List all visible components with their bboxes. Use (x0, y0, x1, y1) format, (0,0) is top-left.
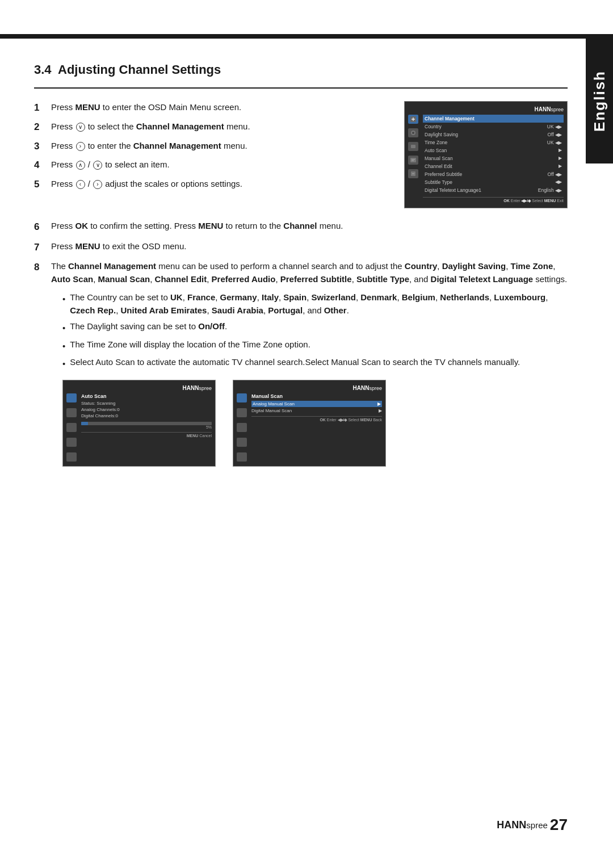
chevron-down-icon-2: ∨ (93, 161, 102, 170)
step-5-num: 5 (34, 178, 45, 191)
osd-menu-title: Channel Management (423, 115, 564, 123)
osd-menu-daylight: Daylight SavingOff ◀▶ (423, 131, 564, 139)
bullet-4-text: Select Auto Scan to activate the automat… (70, 356, 520, 371)
osd-icon-3 (408, 142, 418, 151)
step-7-num: 7 (34, 240, 45, 255)
bullet-2-text: The Daylight saving can be set to On/Off… (70, 320, 227, 335)
manual-scan-icons (237, 393, 249, 462)
osd-menu: Channel Management CountryUK ◀▶ Daylight… (423, 115, 564, 203)
svg-point-4 (412, 132, 414, 134)
osd-footer: OK Enter ◀▶/◆ Select MENU Exit (423, 197, 564, 203)
auto-scan-icon-4 (66, 438, 77, 447)
auto-scan-progress-pct: 5% (81, 425, 212, 429)
chevron-up-icon: ∧ (76, 161, 85, 170)
step-8: 8 The Channel Management menu can be use… (34, 260, 568, 286)
step-1-text: Press MENU to enter the OSD Main Menu sc… (51, 101, 241, 115)
auto-scan-title: Auto Scan (81, 393, 212, 399)
step-3-num: 3 (34, 140, 45, 153)
section-heading: 3.4 Adjusting Channel Settings (34, 62, 568, 77)
manual-scan-brand: HANNspree (353, 385, 382, 391)
heading-rule (34, 87, 568, 89)
osd-icons (408, 115, 421, 203)
step-1: 1 Press MENU to enter the OSD Main Menu … (34, 101, 393, 115)
step-3: 3 Press › to enter the Channel Managemen… (34, 140, 393, 153)
svg-rect-5 (411, 145, 415, 148)
osd-menu-manualscan: Manual Scan▶ (423, 154, 564, 162)
auto-scan-icon-3 (66, 423, 77, 432)
manual-scan-icon-2 (237, 408, 247, 417)
step-8-text: The Channel Management menu can be used … (51, 260, 568, 286)
step-5-text: Press ‹ / › adjust the scales or options… (51, 178, 242, 191)
page-number: 27 (550, 816, 568, 834)
osd-menu-channeledit: Channel Edit▶ (423, 162, 564, 170)
manual-scan-icon-4 (237, 438, 247, 447)
svg-rect-6 (410, 158, 416, 162)
manual-scan-icon-1 (237, 393, 247, 402)
top-bar (0, 34, 613, 39)
chevron-down-icon: ∨ (76, 123, 85, 132)
step-1-num: 1 (34, 101, 45, 115)
auto-scan-icons (66, 393, 79, 462)
osd-icon-2 (408, 128, 418, 137)
osd-screen: HANNspree (404, 101, 568, 208)
step-2-num: 2 (34, 120, 45, 134)
auto-scan-osd: HANNspree Auto Scan Status: Scanning Ana… (62, 380, 216, 467)
manual-scan-osd-header: HANNspree (237, 385, 382, 391)
auto-scan-row-1: Status: Scanning (81, 401, 212, 406)
osd-icon-4 (408, 156, 418, 165)
osd-body: Channel Management CountryUK ◀▶ Daylight… (408, 115, 564, 203)
bullet-dot-2: • (62, 322, 65, 335)
step-4-num: 4 (34, 158, 45, 172)
bullet-list: • The Country can be set to UK, France, … (62, 291, 568, 371)
bullet-3-text: The Time Zone will display the location … (70, 338, 310, 353)
step-6-num: 6 (34, 220, 45, 234)
step-7: 7 Press MENU to exit the OSD menu. (34, 240, 568, 255)
manual-scan-osd: HANNspree Manual Scan Analog Manual Scan… (233, 380, 386, 467)
osd-menu-digitalteletext: Digital Teletext Language1English ◀▶ (423, 186, 564, 194)
manual-scan-footer: OK Enter ◀▶/◆ Select MENU Back (251, 416, 382, 422)
footer-brand: HANNspree (497, 819, 548, 831)
step-2-text: Press ∨ to select the Channel Management… (51, 120, 250, 134)
osd-menu-subtype: Subtitle Type◀▶ (423, 178, 564, 186)
manual-scan-row-digital: Digital Manual Scan ▶ (251, 408, 382, 413)
osd-menu-timezone: Time ZoneUK ◀▶ (423, 139, 564, 146)
auto-scan-footer: MENU Cancel (81, 432, 212, 438)
bullet-dot-4: • (62, 358, 65, 371)
bullet-1: • The Country can be set to UK, France, … (62, 291, 568, 317)
osd-menu-autoscan: Auto Scan▶ (423, 146, 564, 154)
auto-scan-osd-body: Auto Scan Status: Scanning Analog Channe… (66, 393, 212, 462)
osd-header: HANNspree (408, 106, 564, 112)
chevron-right-icon-2: › (93, 180, 102, 189)
steps-left: 1 Press MENU to enter the OSD Main Menu … (34, 101, 393, 208)
osd-brand: HANNspree (535, 106, 564, 112)
english-tab: English (586, 39, 613, 163)
osd-menu-preferredsub: Preferred SubtitleOff ◀▶ (423, 170, 564, 178)
bullet-1-text: The Country can be set to UK, France, Ge… (70, 291, 568, 317)
auto-scan-icon-2 (66, 408, 77, 417)
manual-scan-menu: Manual Scan Analog Manual Scan ▶ Digital… (251, 393, 382, 462)
osd-icon-5 (408, 169, 418, 178)
auto-scan-row-3: Digital Channels:0 (81, 413, 212, 418)
step-7-text: Press MENU to exit the OSD menu. (51, 240, 186, 255)
manual-scan-row-analog: Analog Manual Scan ▶ (251, 401, 382, 407)
footer-bar: HANNspree 27 (34, 816, 568, 834)
english-label: English (591, 70, 608, 132)
step-6: 6 Press OK to confirm the setting. Press… (34, 220, 568, 234)
steps-container: 1 Press MENU to enter the OSD Main Menu … (34, 101, 568, 208)
auto-scan-menu: Auto Scan Status: Scanning Analog Channe… (81, 393, 212, 462)
auto-scan-row-2: Analog Channels:0 (81, 407, 212, 412)
step-8-num: 8 (34, 260, 45, 286)
manual-scan-icon-5 (237, 452, 247, 462)
chevron-right-icon: › (76, 142, 85, 151)
chevron-left-icon: ‹ (76, 180, 85, 189)
bullet-dot-3: • (62, 340, 65, 353)
step-4-text: Press ∧ / ∨ to select an item. (51, 158, 170, 172)
bullet-2: • The Daylight saving can be set to On/O… (62, 320, 568, 335)
main-content: 3.4 Adjusting Channel Settings 1 Press M… (34, 45, 568, 484)
manual-scan-title: Manual Scan (251, 393, 382, 399)
bullet-dot-1: • (62, 293, 65, 317)
bottom-screens: HANNspree Auto Scan Status: Scanning Ana… (62, 380, 568, 467)
bullet-4: • Select Auto Scan to activate the autom… (62, 356, 568, 371)
step-2: 2 Press ∨ to select the Channel Manageme… (34, 120, 393, 134)
osd-menu-country: CountryUK ◀▶ (423, 123, 564, 131)
